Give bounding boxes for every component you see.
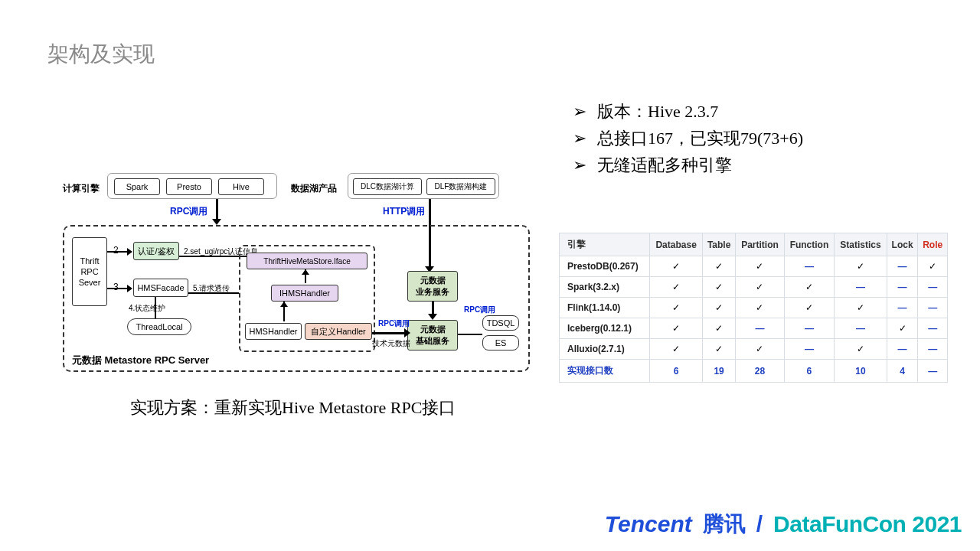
table-cell: — bbox=[918, 339, 948, 360]
table-cell: ✓ bbox=[650, 298, 703, 318]
datafuncon-logo: DataFunCon 2021 bbox=[773, 511, 962, 537]
table-cell: ✓ bbox=[736, 298, 784, 318]
table-cell: ✓ bbox=[702, 277, 735, 298]
table-cell: ✓ bbox=[736, 339, 784, 360]
table-cell: — bbox=[887, 277, 918, 298]
box-es: ES bbox=[482, 335, 519, 350]
biz-line: 元数据 bbox=[420, 275, 446, 286]
th-role: Role bbox=[918, 233, 948, 256]
table-header-row: 引擎 Database Table Partition Function Sta… bbox=[560, 233, 948, 256]
box-auth: 认证/鉴权 bbox=[133, 242, 179, 260]
table-cell: ✓ bbox=[650, 277, 703, 298]
table-row: PrestoDB(0.267)✓✓✓—✓—✓ bbox=[560, 256, 948, 277]
table-cell: Alluxio(2.7.1) bbox=[560, 339, 650, 360]
table-cell: ✓ bbox=[918, 256, 948, 277]
table-cell: ✓ bbox=[702, 298, 735, 318]
arrow-line bbox=[155, 297, 156, 318]
box-hive: Hive bbox=[218, 178, 264, 195]
bullet-icon: ➢ bbox=[573, 125, 586, 152]
tencent-logo-en: Tencent bbox=[605, 511, 692, 537]
arrow-line bbox=[107, 251, 129, 253]
table-cell: — bbox=[835, 277, 887, 298]
table-cell: 实现接口数 bbox=[560, 360, 650, 383]
arrow-line bbox=[458, 334, 482, 335]
table-cell: ✓ bbox=[835, 298, 887, 318]
box-dlf: DLF数据湖构建 bbox=[426, 178, 495, 195]
table-cell: — bbox=[887, 339, 918, 360]
box-dlc: DLC数据湖计算 bbox=[353, 178, 422, 195]
tencent-logo-cn: 腾讯 bbox=[703, 510, 746, 539]
box-tdsql: TDSQL bbox=[482, 315, 519, 331]
architecture-diagram: 计算引擎 Spark Presto Hive 数据湖产品 DLC数据湖计算 DL… bbox=[63, 168, 537, 375]
th-table: Table bbox=[702, 233, 735, 256]
th-lock: Lock bbox=[887, 233, 918, 256]
base-line: 元数据 bbox=[420, 324, 446, 335]
box-thrift-iface: ThriftHiveMetaStore.Iface bbox=[247, 253, 368, 269]
box-biz-service: 元数据 业务服务 bbox=[407, 271, 458, 302]
table-cell: Spark(3.2.x) bbox=[560, 277, 650, 298]
table-cell: ✓ bbox=[736, 277, 784, 298]
footer-logos: Tencent 腾讯 / DataFunCon 2021 bbox=[605, 510, 962, 539]
bullet-icon: ➢ bbox=[573, 98, 586, 125]
label-server-caption: 元数据 Metastore RPC Server bbox=[72, 354, 209, 367]
table-cell: — bbox=[918, 318, 948, 339]
table-cell: ✓ bbox=[784, 298, 835, 318]
table-row: Iceberg(0.12.1)✓✓———✓— bbox=[560, 318, 948, 339]
arrow-down-icon bbox=[428, 314, 437, 320]
table-cell: ✓ bbox=[702, 339, 735, 360]
biz-line: 业务服务 bbox=[416, 286, 449, 298]
table-cell: — bbox=[784, 256, 835, 277]
thrift-line: Sever bbox=[79, 277, 101, 288]
table-cell: PrestoDB(0.267) bbox=[560, 256, 650, 277]
table-row: Alluxio(2.7.1)✓✓✓—✓—— bbox=[560, 339, 948, 360]
arrow-line bbox=[107, 288, 129, 289]
arrow-right-icon bbox=[127, 285, 132, 292]
bullet-text: 总接口167，已实现79(73+6) bbox=[597, 125, 803, 152]
label-state: 4.状态维护 bbox=[129, 303, 165, 314]
bullet-text: 版本：Hive 2.3.7 bbox=[597, 98, 718, 125]
box-base-service: 元数据 基础服务 bbox=[407, 320, 458, 350]
label-tech-meta: 技术元数据 bbox=[372, 338, 410, 349]
arrow-line bbox=[372, 332, 407, 334]
box-presto: Presto bbox=[166, 178, 212, 195]
table-cell: — bbox=[784, 339, 835, 360]
table-cell: ✓ bbox=[784, 277, 835, 298]
table-cell: 10 bbox=[835, 360, 887, 383]
table-cell: 28 bbox=[736, 360, 784, 383]
box-spark: Spark bbox=[114, 178, 160, 195]
table-cell: — bbox=[918, 360, 948, 383]
separator: / bbox=[756, 511, 763, 537]
implementation-caption: 实现方案：重新实现Hive Metastore RPC接口 bbox=[130, 396, 456, 419]
table-cell: Iceberg(0.12.1) bbox=[560, 318, 650, 339]
box-thrift-server: Thrift RPC Sever bbox=[72, 237, 107, 306]
box-hmshandler: HMSHandler bbox=[245, 323, 302, 340]
table-cell: ✓ bbox=[650, 339, 703, 360]
arrow-up-icon bbox=[302, 269, 309, 275]
table-cell: ✓ bbox=[702, 256, 735, 277]
table-cell: — bbox=[784, 318, 835, 339]
box-custom-handler: 自定义Handler bbox=[305, 323, 372, 340]
label-rpc-small: RPC调用 bbox=[464, 305, 495, 315]
table-cell: — bbox=[887, 256, 918, 277]
arrow-up-icon bbox=[280, 302, 288, 307]
th-function: Function bbox=[784, 233, 835, 256]
label-compute-engine: 计算引擎 bbox=[63, 182, 100, 195]
th-engine: 引擎 bbox=[560, 233, 650, 256]
step-3: 3 bbox=[113, 282, 119, 292]
bullet-list: ➢版本：Hive 2.3.7 ➢总接口167，已实现79(73+6) ➢无缝适配… bbox=[573, 98, 803, 179]
box-ihms: IHMSHandler bbox=[271, 285, 338, 302]
label-lake-products: 数据湖产品 bbox=[291, 182, 337, 195]
th-statistics: Statistics bbox=[835, 233, 887, 256]
table-cell: 19 bbox=[702, 360, 735, 383]
table-cell: ✓ bbox=[887, 318, 918, 339]
table-cell: ✓ bbox=[702, 318, 735, 339]
box-threadlocal: ThreadLocal bbox=[127, 318, 191, 335]
slide-title: 架构及实现 bbox=[47, 40, 155, 69]
label-rpc-call: RPC调用 bbox=[170, 205, 207, 218]
table-cell: 4 bbox=[887, 360, 918, 383]
bullet-text: 无缝适配多种引擎 bbox=[597, 152, 732, 178]
table-cell: ✓ bbox=[835, 339, 887, 360]
table-cell: — bbox=[835, 318, 887, 339]
step-2: 2 bbox=[113, 245, 119, 256]
th-database: Database bbox=[650, 233, 703, 256]
